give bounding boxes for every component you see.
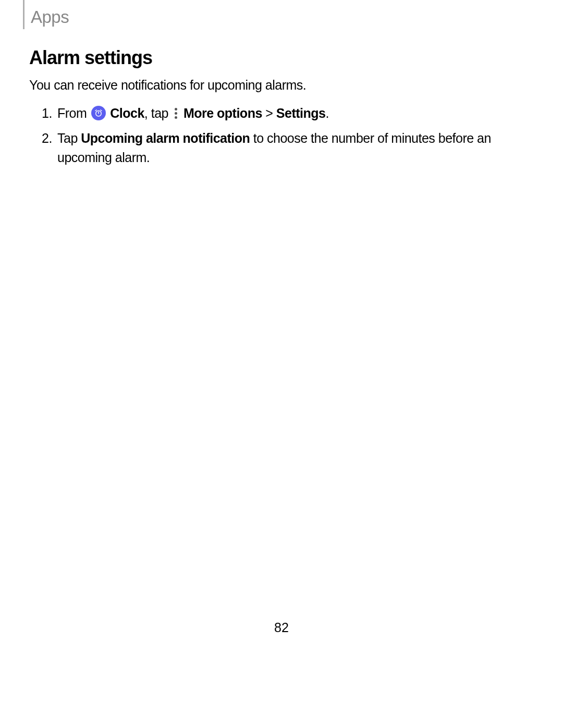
step-1-after-clock: , tap [144, 106, 172, 120]
breadcrumb-divider [23, 0, 25, 29]
page-number: 82 [0, 620, 563, 635]
clock-icon [91, 106, 106, 120]
clock-label: Clock [110, 106, 144, 120]
more-options-icon [173, 107, 179, 119]
step-1-end: . [325, 106, 328, 120]
step-1-separator: > [262, 106, 276, 120]
step-1-pre: From [57, 106, 90, 120]
intro-text: You can receive notifications for upcomi… [29, 76, 534, 94]
step-2-pre: Tap [57, 131, 81, 145]
page-content: Alarm settings You can receive notificat… [29, 47, 534, 173]
section-title: Alarm settings [29, 47, 534, 69]
steps-list: From Clock, tap More options > Settings.… [29, 104, 534, 168]
more-options-label: More options [183, 106, 262, 120]
upcoming-alarm-label: Upcoming alarm notification [81, 131, 250, 145]
step-2: Tap Upcoming alarm notification to choos… [45, 129, 534, 168]
settings-label: Settings [276, 106, 326, 120]
breadcrumb-label: Apps [31, 7, 69, 27]
breadcrumb: Apps [23, 0, 69, 29]
svg-line-2 [95, 110, 96, 111]
svg-line-3 [101, 110, 102, 111]
step-1: From Clock, tap More options > Settings. [45, 104, 534, 124]
